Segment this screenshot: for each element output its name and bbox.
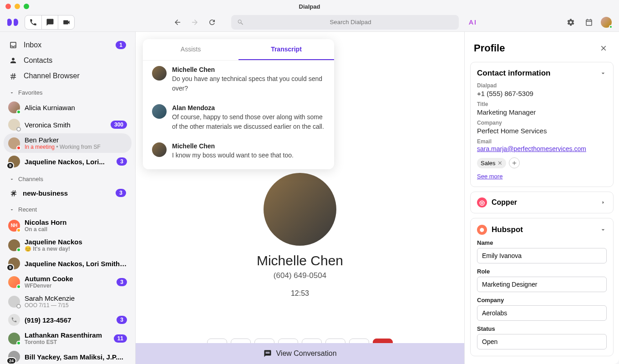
call-view: Assists Transcript Michelle ChenDo you h… [136, 32, 464, 364]
search-icon [237, 19, 244, 26]
tags-row: Sales✕ ＋ [477, 157, 607, 168]
minimize-window-button[interactable] [15, 4, 20, 9]
caller-name: Michelle Chen [257, 253, 343, 268]
favorites-header[interactable]: Favorites [4, 84, 132, 99]
video-button[interactable] [58, 15, 74, 29]
field-label: Dialpad [477, 82, 607, 89]
call-center: Michelle Chen (604) 649-0504 12:53 [257, 173, 343, 298]
dialpad-logo [7, 18, 19, 27]
badge: 3 [117, 157, 127, 166]
main-toolbar [0, 13, 619, 32]
favorite-group-jaqueline[interactable]: 9 Jaqueline Nackos, Lori... 3 [4, 153, 132, 170]
badge: 3 [117, 316, 127, 324]
badge: 3 [117, 278, 127, 286]
chevron-down-icon [9, 207, 15, 212]
favorite-ben-parker[interactable]: Ben Parker In a meeting • Working from S… [4, 133, 132, 153]
recent-group-jaqueline[interactable]: 9 Jaqueline Nackos, Lori Smith,... [4, 255, 132, 272]
see-more-link[interactable]: See more [477, 173, 502, 180]
hubspot-company-input[interactable] [477, 305, 607, 321]
back-button[interactable] [171, 16, 184, 29]
channel-new-business[interactable]: new-business 3 [4, 185, 132, 201]
title-value: Marketing Manager [477, 108, 607, 116]
hubspot-icon: ⬢ [477, 225, 487, 235]
contact-info-section: Contact information Dialpad +1 (555) 867… [470, 62, 614, 187]
caller-avatar [264, 173, 336, 246]
copper-section[interactable]: ◎ Copper [470, 192, 614, 213]
nav-channel-browser-label: Channel Browser [24, 72, 80, 80]
hash-icon [9, 72, 17, 80]
field-label: Company [477, 297, 607, 303]
maximize-window-button[interactable] [24, 4, 29, 9]
tag-sales[interactable]: Sales✕ [477, 158, 506, 168]
recent-sarah[interactable]: Sarah McKenzieOOO 7/11 — 7/15 [4, 292, 132, 311]
settings-button[interactable] [564, 16, 577, 29]
chevron-down-icon [9, 177, 15, 182]
tab-assists[interactable]: Assists [143, 39, 238, 60]
chevron-down-icon [9, 90, 15, 96]
transcript-message: Alan MendozaOf course, happy to send tho… [143, 99, 334, 137]
chat-icon [263, 349, 272, 358]
chevron-down-icon [599, 69, 607, 77]
remove-tag-icon[interactable]: ✕ [497, 160, 502, 167]
field-label: Role [477, 268, 607, 275]
search-input[interactable] [248, 19, 453, 25]
transcript-card: Assists Transcript Michelle ChenDo you h… [143, 39, 334, 169]
field-label: Name [477, 239, 607, 246]
favorite-alicia[interactable]: Alicia Kurniawan [4, 99, 132, 116]
company-value: Perfect Home Services [477, 127, 607, 135]
user-avatar[interactable] [601, 17, 612, 28]
recent-phone-919[interactable]: (919) 123-4567 3 [4, 311, 132, 329]
field-label: Email [477, 138, 607, 145]
nav-contacts-label: Contacts [24, 56, 52, 65]
recent-autumn[interactable]: Autumn CookeWFDenver 3 [4, 272, 132, 292]
phone-value: +1 (555) 867-5309 [477, 90, 607, 97]
refresh-button[interactable] [206, 16, 218, 29]
badge: 300 [111, 121, 127, 129]
call-timer: 12:53 [257, 289, 343, 298]
contacts-icon [9, 56, 17, 65]
hubspot-role-input[interactable] [477, 277, 607, 292]
tab-transcript[interactable]: Transcript [238, 39, 334, 60]
hubspot-status-input[interactable] [477, 334, 607, 349]
profile-panel: Profile Contact information Dialpad +1 (… [464, 32, 619, 364]
caller-phone: (604) 649-0504 [257, 271, 343, 280]
badge: 3 [116, 189, 126, 197]
recent-header[interactable]: Recent [4, 201, 132, 216]
dial-button[interactable] [25, 15, 41, 29]
chevron-right-icon [599, 198, 607, 207]
avatar [152, 66, 167, 81]
profile-header: Profile [470, 39, 614, 62]
recent-nicolas[interactable]: NH Nicolas HornOn a call [4, 216, 132, 235]
close-window-button[interactable] [5, 4, 11, 9]
hubspot-section: ⬢Hubspot Name Role Company Status [470, 218, 614, 356]
add-tag-button[interactable]: ＋ [509, 157, 520, 168]
favorite-veronica[interactable]: Veronica Smith 300 [4, 116, 132, 133]
field-label: Title [477, 101, 607, 107]
transcript-message: Michelle ChenDo you have any technical s… [143, 61, 334, 99]
comm-buttons [25, 15, 75, 30]
recent-lathankan[interactable]: Lathankan RasenthiramToronto EST 11 [4, 329, 132, 348]
nav-contacts[interactable]: Contacts [4, 53, 132, 68]
nav-inbox[interactable]: Inbox 1 [4, 37, 132, 53]
search-bar[interactable] [231, 15, 459, 30]
contact-info-header[interactable]: Contact information [477, 69, 607, 78]
copper-icon: ◎ [477, 197, 487, 207]
view-conversation-bar[interactable]: View Conversation [136, 343, 464, 364]
close-profile-button[interactable] [597, 42, 610, 55]
chevron-down-icon [599, 226, 607, 234]
app-title: Dialpad [299, 3, 320, 10]
channels-header[interactable]: Channels [4, 170, 132, 185]
inbox-badge: 1 [116, 41, 126, 49]
nav-inbox-label: Inbox [24, 41, 41, 49]
recent-jaqueline[interactable]: Jaqueline Nackos😊 It's a new day! [4, 235, 132, 255]
hubspot-header[interactable]: ⬢Hubspot [477, 225, 607, 235]
recent-group-bill[interactable]: 24 Bill Yackey, Sam Maliksi, J.P.... [4, 348, 132, 364]
nav-channel-browser[interactable]: Channel Browser [4, 68, 132, 84]
chat-button[interactable] [41, 15, 58, 29]
hubspot-name-input[interactable] [477, 248, 607, 263]
calendar-button[interactable] [583, 16, 595, 29]
hash-icon [9, 189, 18, 197]
transcript-message: Michelle ChenI know my boss would want t… [143, 137, 334, 169]
forward-button[interactable] [188, 16, 201, 29]
email-link[interactable]: sara.marja@perfecthomeservices.com [477, 145, 586, 152]
